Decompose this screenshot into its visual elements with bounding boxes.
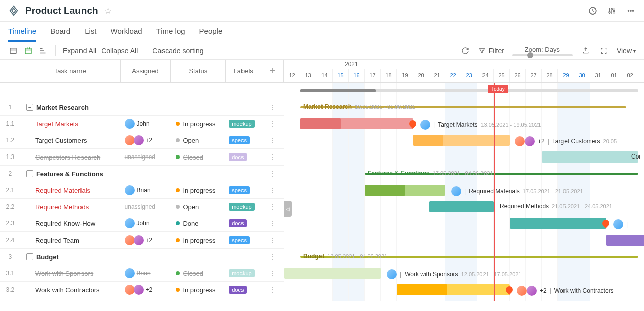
zoom-slider[interactable] — [512, 54, 573, 56]
history-icon[interactable] — [588, 6, 598, 16]
col-labels[interactable]: Labels — [226, 60, 261, 82]
row-menu-icon[interactable]: ⋮ — [261, 286, 284, 294]
row-menu-icon[interactable]: ⋮ — [261, 186, 284, 194]
table-row[interactable]: 1−Market Research⋮ — [0, 99, 284, 116]
scrollbar-thumb[interactable] — [300, 89, 376, 92]
avatar[interactable] — [451, 186, 461, 196]
day-25[interactable]: 25 — [494, 69, 510, 82]
task-bar-sponsors[interactable] — [284, 268, 381, 279]
day-19[interactable]: 19 — [397, 69, 413, 82]
day-14[interactable]: 14 — [316, 69, 333, 82]
label-cell[interactable]: specs — [226, 136, 261, 144]
table-row[interactable]: 1.3Competitors ResearchunassignedClosedd… — [0, 149, 284, 166]
avatar[interactable] — [420, 120, 430, 130]
assigned-cell[interactable]: +2 — [121, 135, 171, 145]
assigned-cell[interactable]: Brian — [121, 268, 171, 278]
task-bar-required-team[interactable] — [606, 235, 644, 246]
avatar[interactable] — [527, 286, 537, 296]
label-cell[interactable]: mockup — [226, 120, 261, 128]
day-23[interactable]: 23 — [461, 69, 477, 82]
tab-board[interactable]: Board — [50, 22, 70, 42]
day-15[interactable]: 15 — [333, 69, 349, 82]
day-27[interactable]: 27 — [526, 69, 542, 82]
day-17[interactable]: 17 — [365, 69, 381, 82]
collapse-icon[interactable]: − — [26, 170, 33, 177]
row-menu-icon[interactable]: ⋮ — [261, 253, 284, 261]
assigned-cell[interactable]: John — [121, 218, 171, 228]
task-bar-competitors[interactable] — [542, 151, 638, 163]
assigned-cell[interactable]: John — [121, 119, 171, 129]
table-row[interactable]: 3−Budget⋮ — [0, 249, 284, 265]
tab-people[interactable]: People — [199, 22, 223, 42]
row-menu-icon[interactable]: ⋮ — [261, 269, 284, 277]
assigned-cell[interactable]: unassigned — [121, 153, 171, 161]
table-row[interactable]: 3.1Work with SponsorsBrianClosedmockup⋮ — [0, 265, 284, 282]
label-cell[interactable]: docs — [226, 219, 261, 227]
row-menu-icon[interactable]: ⋮ — [261, 103, 284, 111]
day-02[interactable]: 02 — [622, 69, 638, 82]
avatar[interactable] — [525, 136, 535, 146]
task-bar-know-how[interactable] — [510, 218, 606, 229]
tab-list[interactable]: List — [85, 22, 96, 42]
filter-button[interactable]: Filter — [478, 47, 504, 55]
status-cell[interactable]: In progress — [171, 237, 226, 244]
day-22[interactable]: 22 — [445, 69, 461, 82]
collapse-grid-handle[interactable]: ◁ — [284, 201, 292, 217]
day-21[interactable]: 21 — [429, 69, 445, 82]
export-icon[interactable] — [581, 46, 591, 56]
table-row[interactable]: 2.1Required MaterialsBrianIn progressspe… — [0, 182, 284, 199]
label-cell[interactable]: docs — [226, 153, 261, 161]
label-cell[interactable]: docs — [226, 286, 261, 294]
task-bar-model-life[interactable] — [526, 301, 638, 301]
today-badge[interactable]: Today — [488, 85, 508, 93]
assigned-cell[interactable]: unassigned — [121, 203, 171, 210]
tab-workload[interactable]: Workload — [111, 22, 142, 42]
label-cell[interactable]: mockup — [226, 203, 261, 211]
status-cell[interactable]: In progress — [171, 187, 226, 194]
label-cell[interactable]: specs — [226, 236, 261, 244]
status-cell[interactable]: In progress — [171, 120, 226, 128]
favorite-star-icon[interactable]: ☆ — [104, 6, 112, 16]
avatar[interactable] — [613, 219, 623, 229]
day-30[interactable]: 30 — [574, 69, 590, 82]
more-menu-icon[interactable]: ••• — [626, 6, 636, 16]
table-row[interactable]: 2−Features & Functions⋮ — [0, 166, 284, 182]
col-assigned[interactable]: Assigned — [121, 60, 171, 82]
tab-timeline[interactable]: Timeline — [8, 22, 36, 42]
day-16[interactable]: 16 — [349, 69, 365, 82]
label-cell[interactable]: mockup — [226, 269, 261, 277]
table-row[interactable]: 1.1Target MarketsJohnIn progressmockup⋮ — [0, 116, 284, 132]
fullscreen-icon[interactable] — [599, 46, 609, 56]
status-cell[interactable]: Closed — [171, 153, 226, 161]
row-menu-icon[interactable]: ⋮ — [261, 170, 284, 178]
row-menu-icon[interactable]: ⋮ — [261, 136, 284, 144]
calendar-icon[interactable] — [23, 46, 33, 56]
assigned-cell[interactable]: +2 — [121, 235, 171, 245]
tab-time-log[interactable]: Time log — [156, 22, 185, 42]
collapse-icon[interactable]: − — [26, 253, 33, 260]
table-row[interactable]: 2.3Required Know-HowJohnDonedocs⋮ — [0, 215, 284, 232]
day-01[interactable]: 01 — [606, 69, 622, 82]
status-cell[interactable]: Open — [171, 203, 226, 211]
table-row[interactable]: 2.2Required MethodsunassignedOpenmockup⋮ — [0, 199, 284, 215]
col-status[interactable]: Status — [171, 60, 226, 82]
refresh-icon[interactable] — [460, 46, 470, 56]
day-29[interactable]: 29 — [558, 69, 574, 82]
row-menu-icon[interactable]: ⋮ — [261, 236, 284, 244]
collapse-icon[interactable]: − — [26, 104, 33, 111]
settings-sliders-icon[interactable] — [607, 6, 617, 16]
collapse-all-button[interactable]: Collapse All — [101, 47, 138, 55]
table-row[interactable]: 2.4Required Team+2In progressspecs⋮ — [0, 232, 284, 249]
avatar[interactable] — [515, 136, 525, 146]
status-cell[interactable]: In progress — [171, 286, 226, 294]
day-13[interactable]: 13 — [300, 69, 316, 82]
assigned-cell[interactable]: +2 — [121, 285, 171, 295]
status-cell[interactable]: Closed — [171, 270, 226, 277]
day-24[interactable]: 24 — [477, 69, 494, 82]
row-menu-icon[interactable]: ⋮ — [261, 120, 284, 128]
table-row[interactable]: 3.2Work with Contractors+2In progressdoc… — [0, 282, 284, 298]
avatar[interactable] — [517, 286, 527, 296]
day-28[interactable]: 28 — [542, 69, 558, 82]
table-row[interactable]: 3.3Model Product LifeBrianOpenspecs⋮ — [0, 298, 284, 301]
hierarchy-icon[interactable] — [38, 46, 48, 56]
